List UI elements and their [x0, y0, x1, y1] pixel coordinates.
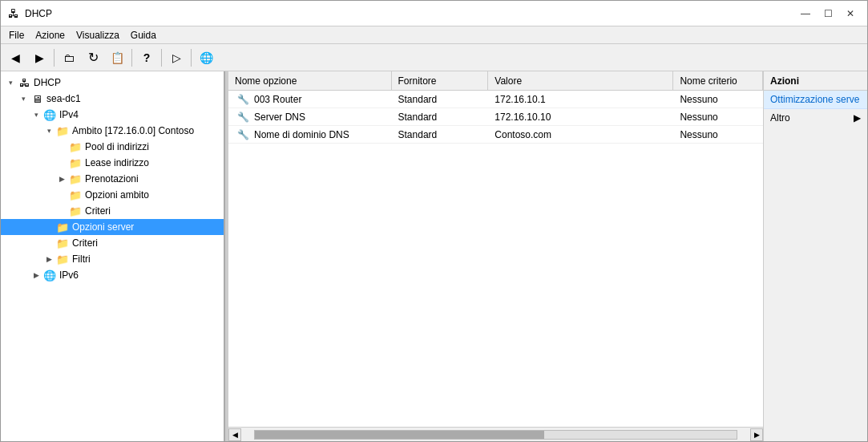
row-nome-2: Nome di dominio DNS [254, 129, 349, 140]
icon-pool: 📁 [68, 140, 83, 153]
icon-dhcp: 🖧 [17, 76, 31, 89]
back-button[interactable]: ◀ [4, 47, 26, 69]
label-pool: Pool di indirizzi [85, 141, 149, 152]
refresh-button[interactable]: ↻ [82, 47, 104, 69]
cell-criterio-0: Nessuno [673, 92, 763, 107]
list-header: Nome opzione Fornitore Valore Nome crite… [228, 71, 763, 91]
col-header-nome[interactable]: Nome opzione [228, 71, 392, 90]
tree-item-ipv6[interactable]: ▶ 🌐 IPv6 [1, 267, 224, 283]
col-header-valore[interactable]: Valore [488, 71, 673, 90]
icon-criteri-ambito: 📁 [68, 205, 83, 217]
toolbar-sep-4 [191, 49, 192, 67]
col-header-criterio[interactable]: Nome criterio [673, 71, 763, 90]
expand-ipv6[interactable]: ▶ [30, 271, 42, 279]
cell-valore-1: 172.16.10.10 [488, 110, 673, 124]
toolbar-sep-3 [161, 49, 162, 67]
tree-item-opzioni-ambito[interactable]: ▶ 📁 Opzioni ambito [1, 187, 224, 203]
actions-altro[interactable]: Altro ▶ [764, 109, 867, 127]
label-seadc1: sea-dc1 [46, 93, 81, 104]
window-controls: — ☐ ✕ [795, 4, 861, 23]
help-button[interactable]: ? [135, 47, 158, 69]
tree-item-criteri2[interactable]: ▶ 📁 Criteri [1, 235, 224, 251]
minimize-button[interactable]: — [795, 4, 816, 23]
tree-item-ambito[interactable]: ▾ 📁 Ambito [172.16.0.0] Contoso [1, 123, 224, 139]
expand-dhcp[interactable]: ▾ [4, 79, 17, 87]
icon-lease: 📁 [68, 156, 83, 169]
cell-fornitore-2: Standard [392, 128, 489, 142]
dns-button[interactable]: 🌐 [195, 47, 217, 69]
label-lease: Lease indirizzo [85, 157, 149, 168]
close-button[interactable]: ✕ [840, 4, 861, 23]
tree-item-pool[interactable]: ▶ 📁 Pool di indirizzi [1, 139, 224, 155]
toolbar-sep-2 [131, 49, 132, 67]
horizontal-scrollbar[interactable]: ◀ ▶ [228, 427, 763, 441]
list-item[interactable]: 🔧 Nome di dominio DNS Standard Contoso.c… [228, 126, 763, 144]
row-icon-2: 🔧 [235, 127, 251, 143]
label-criteri-ambito: Criteri [85, 205, 111, 217]
label-opzioni-server: Opzioni server [72, 221, 134, 233]
icon-ipv4: 🌐 [42, 108, 57, 121]
right-panel: Nome opzione Fornitore Valore Nome crite… [228, 71, 763, 441]
label-criteri2: Criteri [72, 237, 98, 249]
toolbar: ◀ ▶ 🗀 ↻ 📋 ? ▷ 🌐 [1, 44, 867, 71]
list-item[interactable]: 🔧 003 Router Standard 172.16.10.1 Nessun… [228, 91, 763, 108]
forward-button[interactable]: ▶ [28, 47, 50, 69]
title-bar-left: 🖧 DHCP [7, 7, 52, 20]
expand-filtri[interactable]: ▶ [42, 255, 55, 263]
tree-item-lease[interactable]: ▶ 📁 Lease indirizzo [1, 155, 224, 171]
tree-item-ipv4[interactable]: ▾ 🌐 IPv4 [1, 107, 224, 123]
menu-visualizza[interactable]: Visualizza [71, 28, 124, 43]
tree-item-dhcp[interactable]: ▾ 🖧 DHCP [1, 75, 224, 91]
main-area: ▾ 🖧 DHCP ▾ 🖥 sea-dc1 ▾ 🌐 IPv4 [1, 71, 867, 441]
tree-item-filtri[interactable]: ▶ 📁 Filtri [1, 251, 224, 267]
cell-valore-2: Contoso.com [488, 128, 673, 142]
toolbar-sep-1 [54, 49, 55, 67]
tree-item-criteri-ambito[interactable]: ▶ 📁 Criteri [1, 203, 224, 219]
label-ipv4: IPv4 [59, 109, 79, 120]
label-dhcp: DHCP [34, 77, 61, 88]
menu-azione[interactable]: Azione [30, 28, 70, 43]
expand-ipv4[interactable]: ▾ [30, 111, 42, 119]
icon-ambito: 📁 [55, 124, 70, 137]
col-header-fornitore[interactable]: Fornitore [392, 71, 489, 90]
scroll-track[interactable] [254, 430, 737, 440]
window-title: DHCP [25, 8, 52, 19]
label-prenotazioni: Prenotazioni [85, 173, 139, 185]
scroll-thumb[interactable] [255, 431, 544, 439]
list-item[interactable]: 🔧 Server DNS Standard 172.16.10.10 Nessu… [228, 108, 763, 126]
row-nome-0: 003 Router [254, 94, 301, 105]
run-button[interactable]: ▷ [165, 47, 188, 69]
main-window: 🖧 DHCP — ☐ ✕ File Azione Visualizza Guid… [0, 0, 868, 442]
label-ambito: Ambito [172.16.0.0] Contoso [72, 125, 194, 136]
menu-guida[interactable]: Guida [126, 28, 161, 43]
label-ipv6: IPv6 [59, 270, 79, 281]
label-opzioni-ambito: Opzioni ambito [85, 189, 149, 201]
icon-opzioni-ambito: 📁 [68, 189, 83, 201]
icon-filtri: 📁 [55, 253, 70, 266]
actions-panel: Azioni Ottimizzazione serve Altro ▶ [763, 71, 867, 441]
title-bar: 🖧 DHCP — ☐ ✕ [1, 1, 867, 26]
cell-fornitore-1: Standard [392, 110, 489, 124]
menu-bar: File Azione Visualizza Guida [1, 26, 867, 44]
scroll-right-arrow[interactable]: ▶ [750, 428, 763, 441]
label-filtri: Filtri [72, 253, 91, 265]
actions-ottimizzazione[interactable]: Ottimizzazione serve [764, 91, 867, 109]
folder-button[interactable]: 🗀 [58, 47, 80, 69]
expand-prenotazioni[interactable]: ▶ [55, 175, 68, 183]
icon-prenotazioni: 📁 [68, 172, 83, 185]
export-button[interactable]: 📋 [106, 47, 128, 69]
maximize-button[interactable]: ☐ [818, 4, 838, 23]
icon-opzioni-server: 📁 [55, 221, 70, 233]
expand-seadc1[interactable]: ▾ [17, 95, 30, 103]
altro-label: Altro [770, 112, 790, 124]
icon-criteri2: 📁 [55, 237, 70, 249]
tree-item-prenotazioni[interactable]: ▶ 📁 Prenotazioni [1, 171, 224, 187]
list-body: 🔧 003 Router Standard 172.16.10.1 Nessun… [228, 91, 763, 427]
menu-file[interactable]: File [4, 28, 29, 43]
tree-item-seadc1[interactable]: ▾ 🖥 sea-dc1 [1, 91, 224, 107]
scroll-left-arrow[interactable]: ◀ [228, 428, 241, 441]
tree-item-opzioni-server[interactable]: ▶ 📁 Opzioni server [1, 219, 224, 235]
cell-nome-1: 🔧 Server DNS [228, 107, 392, 127]
row-nome-1: Server DNS [254, 112, 305, 123]
expand-ambito[interactable]: ▾ [42, 127, 55, 135]
